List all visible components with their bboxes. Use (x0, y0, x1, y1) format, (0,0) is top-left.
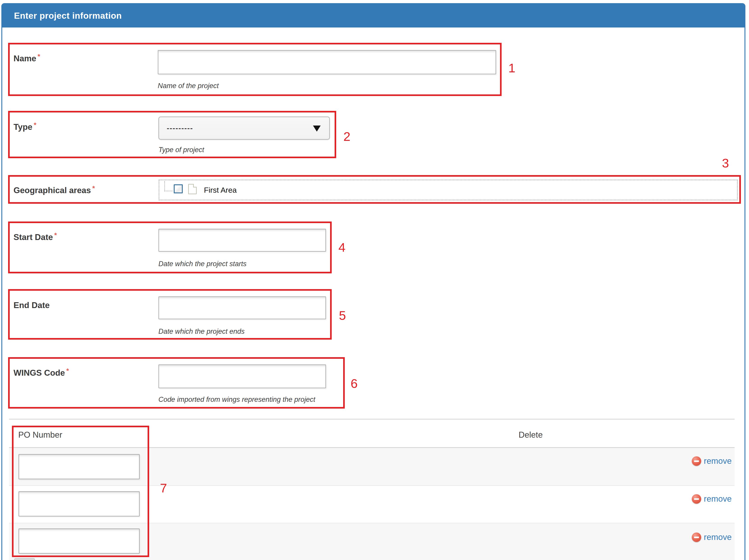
minus-circle-icon (692, 533, 701, 542)
file-fold-corner (193, 184, 197, 188)
required-asterisk: * (92, 184, 95, 192)
tree-item-checkbox[interactable] (174, 184, 183, 193)
name-help: Name of the project (158, 82, 219, 90)
name-label-text: Name (14, 54, 36, 63)
remove-label: remove (704, 456, 732, 466)
geographical-areas-label: Geographical areas* (14, 186, 95, 196)
tree-item-label[interactable]: First Area (204, 180, 237, 200)
end-date-label-text: End Date (14, 301, 49, 310)
type-select[interactable]: --------- (158, 116, 330, 140)
geo-tree-widget: First Area (158, 179, 738, 200)
tree-connector-vertical (164, 181, 165, 191)
po-number-column-header: PO Number (18, 430, 62, 440)
end-date-input[interactable] (158, 296, 326, 319)
wings-code-label: WINGS Code* (14, 368, 69, 379)
end-date-help: Date which the project ends (158, 327, 245, 336)
required-asterisk: * (38, 52, 40, 60)
remove-link[interactable]: remove (692, 532, 732, 543)
required-asterisk: * (54, 231, 57, 239)
file-icon (188, 184, 197, 194)
po-number-input[interactable] (19, 529, 140, 554)
page: Enter project information Name* Name of … (0, 0, 749, 560)
name-input[interactable] (158, 50, 496, 74)
start-date-input[interactable] (158, 229, 326, 252)
remove-label: remove (704, 533, 732, 542)
tree-connector-horizontal (164, 191, 172, 191)
po-number-input[interactable] (19, 454, 140, 479)
remove-link[interactable]: remove (692, 456, 732, 467)
name-label: Name* (14, 53, 40, 64)
wings-code-label-text: WINGS Code (14, 368, 65, 378)
type-label-text: Type (14, 122, 33, 132)
type-select-value: --------- (167, 117, 193, 139)
required-asterisk: * (34, 121, 37, 128)
delete-column-header: Delete (502, 430, 559, 440)
type-label: Type* (14, 122, 36, 132)
remove-link[interactable]: remove (692, 494, 732, 504)
section-divider (9, 419, 734, 419)
start-date-help: Date which the project starts (158, 260, 247, 268)
wings-code-input[interactable] (158, 364, 326, 388)
type-help: Type of project (158, 146, 204, 154)
minus-circle-icon (692, 456, 701, 466)
remove-label: remove (704, 494, 732, 504)
panel-title: Enter project information (14, 4, 122, 27)
required-asterisk: * (66, 367, 69, 374)
panel-header: Enter project information (2, 4, 745, 27)
chevron-down-icon (313, 126, 321, 132)
wings-code-help: Code imported from wings representing th… (158, 395, 315, 404)
geographical-areas-label-text: Geographical areas (14, 186, 91, 195)
start-date-label-text: Start Date (14, 233, 53, 242)
minus-circle-icon (692, 494, 701, 504)
add-button-partial[interactable] (14, 558, 35, 560)
po-number-input[interactable] (19, 491, 140, 517)
end-date-label: End Date (14, 300, 49, 310)
start-date-label: Start Date* (14, 232, 57, 243)
